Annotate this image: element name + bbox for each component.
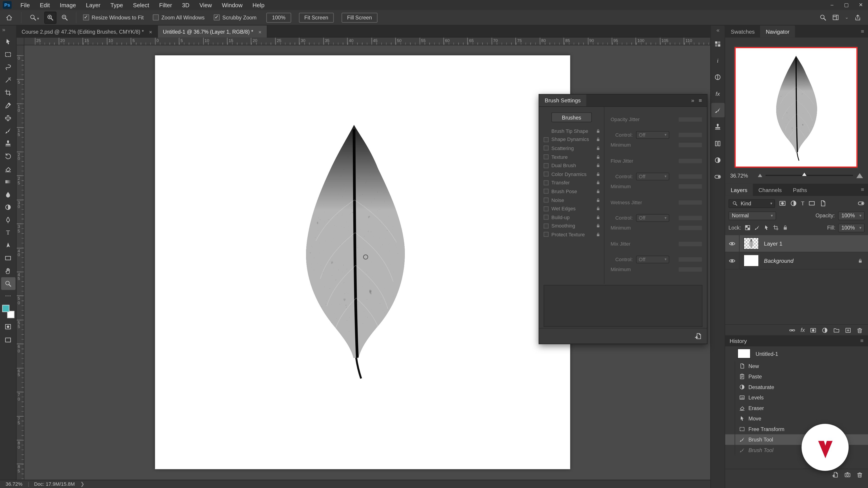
quick-mask-button[interactable] (1, 321, 16, 332)
layer-thumbnail[interactable] (743, 237, 759, 250)
layer-name[interactable]: Layer 1 (764, 240, 782, 247)
history-brush-source-cell[interactable] (725, 371, 735, 382)
lock-icon[interactable] (596, 215, 600, 220)
minimum-slider[interactable] (679, 184, 702, 189)
minimize-button[interactable]: – (825, 0, 839, 10)
filter-smart-objects-icon[interactable] (819, 200, 827, 207)
object-selection-tool[interactable] (1, 74, 16, 86)
checkbox[interactable] (153, 14, 159, 21)
brush-option[interactable]: Brush Tip Shape (539, 127, 604, 135)
navigator-zoom-slider[interactable] (766, 175, 853, 176)
pen-tool[interactable] (1, 214, 16, 226)
history-state-row[interactable]: New (725, 361, 868, 371)
checkbox[interactable] (544, 189, 549, 194)
navigator-zoom-value[interactable]: 36.72% (730, 172, 754, 178)
zoom-all-windows-checkbox[interactable]: Zoom All Windows (153, 14, 205, 21)
brush-option[interactable]: Smoothing (539, 222, 604, 230)
healing-brush-tool[interactable] (1, 112, 16, 125)
checkbox[interactable] (544, 137, 549, 142)
layer-name[interactable]: Background (764, 258, 794, 264)
lock-all-icon[interactable] (782, 225, 788, 231)
new-layer-icon[interactable] (845, 327, 851, 333)
layer-filter-kind[interactable]: Kind ▾ (728, 199, 775, 207)
delete-layer-icon[interactable] (857, 327, 863, 333)
control-select[interactable]: Off ▾ (636, 256, 669, 263)
hand-tool[interactable] (1, 265, 16, 277)
edit-toolbar-icon[interactable]: ⋯ (1, 291, 16, 300)
brush-option[interactable]: Scattering (539, 144, 604, 153)
jitter-slider[interactable] (679, 242, 702, 246)
layer-filter-toggle-icon[interactable] (857, 200, 865, 207)
properties-panel-icon[interactable] (711, 169, 724, 184)
brush-option[interactable]: Texture (539, 153, 604, 161)
menu-item[interactable]: Layer (81, 0, 105, 10)
panel-menu-icon[interactable]: ≡ (861, 184, 868, 196)
share-icon[interactable] (854, 14, 862, 21)
blur-tool[interactable] (1, 188, 16, 201)
crop-tool[interactable] (1, 86, 16, 99)
history-state-row[interactable]: Paste (725, 371, 868, 382)
control-select[interactable]: Off ▾ (636, 214, 669, 222)
layer-visibility-toggle[interactable] (725, 235, 740, 252)
adjustment-layer-icon[interactable] (822, 327, 828, 333)
menu-item[interactable]: Image (55, 0, 81, 10)
brush-settings-panel-icon[interactable] (711, 103, 724, 118)
document-tab[interactable]: Course 2.psd @ 47.2% (Editing Brushes, C… (17, 26, 158, 38)
swatches-panel-icon[interactable] (711, 37, 724, 51)
path-selection-tool[interactable] (1, 239, 16, 252)
panel-tab[interactable]: Paths (787, 184, 813, 196)
filter-type-layers-icon[interactable]: T (801, 201, 804, 206)
zoom-tool-preset[interactable]: ▾ (28, 13, 41, 22)
close-button[interactable]: ✕ (854, 0, 868, 10)
screen-mode-button[interactable] (1, 334, 16, 345)
layer-row[interactable]: Layer 1 (725, 235, 868, 252)
document-canvas[interactable] (155, 55, 570, 469)
history-state-row[interactable]: Free Transform (725, 424, 868, 434)
expand-panels-icon[interactable]: « (717, 26, 719, 35)
filter-pixel-layers-icon[interactable] (779, 200, 786, 207)
panel-menu-icon[interactable]: ≡ (861, 26, 868, 38)
zoom-100-button[interactable]: 100% (267, 12, 291, 22)
lock-transparency-icon[interactable] (744, 225, 750, 231)
panel-tab[interactable]: Navigator (760, 26, 795, 38)
chevron-down-icon[interactable]: ⌄ (845, 15, 848, 20)
lock-icon[interactable] (596, 128, 600, 134)
zoom-in-mountain-icon[interactable] (857, 173, 863, 178)
new-brush-icon[interactable] (694, 332, 702, 340)
close-tab-icon[interactable]: ✕ (149, 29, 152, 35)
history-snapshot-row[interactable]: Untitled-1 (725, 346, 868, 361)
horizontal-ruler[interactable]: 2520151050510152025303540455055606570758… (17, 38, 710, 45)
lock-icon[interactable] (596, 197, 600, 203)
zoom-in-button[interactable] (44, 11, 56, 24)
zoom-out-mountain-icon[interactable] (758, 174, 763, 177)
brushes-button[interactable]: Brushes (551, 112, 592, 122)
checkbox[interactable] (544, 215, 549, 220)
history-brush-source-cell[interactable] (725, 361, 735, 371)
navigator-thumbnail[interactable] (734, 46, 858, 168)
libraries-panel-icon[interactable] (711, 136, 724, 151)
menu-item[interactable]: 3D (177, 0, 194, 10)
minimum-slider[interactable] (679, 226, 702, 230)
lock-icon[interactable] (596, 137, 600, 142)
history-brush-tool[interactable] (1, 150, 16, 163)
fill-select[interactable]: 100% ▾ (838, 223, 865, 232)
search-icon[interactable] (819, 14, 827, 21)
checkbox[interactable] (544, 180, 549, 185)
control-slider[interactable] (679, 216, 702, 220)
history-brush-source-cell[interactable] (725, 392, 735, 403)
document-tab[interactable]: Untitled-1 @ 36.7% (Layer 1, RGB/8) * ✕ (158, 26, 267, 38)
scrubby-zoom-checkbox[interactable]: Scrubby Zoom (213, 14, 256, 21)
info-panel-icon[interactable]: i (711, 53, 724, 68)
status-options-chevron-icon[interactable]: ❯ (80, 482, 84, 487)
checkbox[interactable] (544, 232, 549, 237)
type-tool[interactable]: T (1, 226, 16, 239)
blend-mode-select[interactable]: Normal ▾ (728, 211, 776, 220)
lock-icon[interactable] (596, 171, 600, 177)
history-brush-source-cell[interactable] (725, 445, 735, 455)
filter-adjustment-layers-icon[interactable] (790, 200, 797, 207)
fit-screen-button[interactable]: Fit Screen (299, 12, 334, 22)
brush-option[interactable]: Shape Dynamics (539, 135, 604, 144)
lock-paint-icon[interactable] (754, 225, 760, 231)
menu-item[interactable]: Type (105, 0, 128, 10)
navigator-proxy-view[interactable] (735, 47, 858, 168)
